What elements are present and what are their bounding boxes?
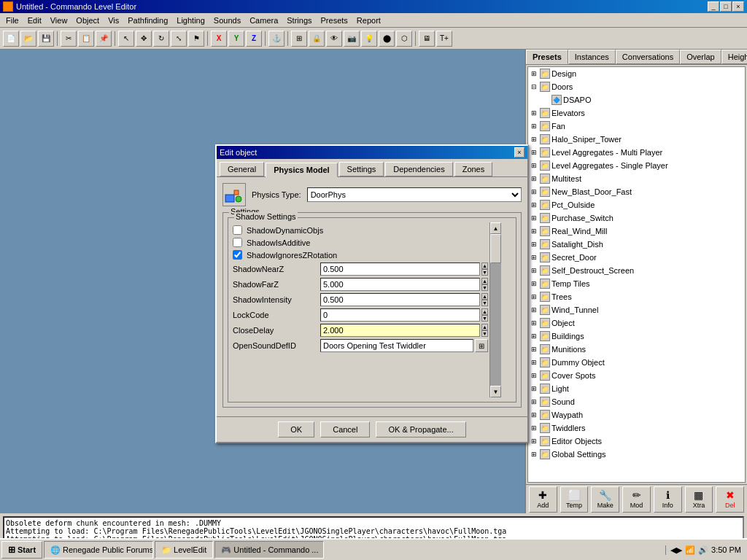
expand-icon[interactable]: ⊞ [528,107,540,119]
tree-item-halo-sniper[interactable]: ⊞ 📁 Halo_Sniper_Tower [528,133,745,146]
shadow-farz-input[interactable] [320,278,480,291]
closedelay-input[interactable] [320,324,480,337]
expand-icon[interactable]: ⊞ [528,357,540,368]
shadow-farz-down[interactable]: ▼ [481,284,488,291]
add-button[interactable]: ✚ Add [529,486,557,513]
tree-item-doors[interactable]: ⊟ 📁 Doors [528,80,745,93]
shadow-nearz-input[interactable] [320,262,480,276]
close-button[interactable]: × [732,1,744,12]
lockcode-down[interactable]: ▼ [481,315,488,322]
tree-item-fan[interactable]: ⊞ 📁 Fan [528,120,745,133]
closedelay-up[interactable]: ▲ [481,324,488,330]
lockcode-input[interactable] [320,308,480,322]
menu-view[interactable]: View [46,15,72,26]
tree-item-purchase-switch[interactable]: ⊞ 📁 Purchase_Switch [528,211,745,225]
presets-tree[interactable]: ⊞ 📁 Design ⊟ 📁 Doors 🔷 DSAPO ⊞ 📁 Elevato… [527,66,746,483]
expand-icon[interactable]: ⊞ [528,330,540,342]
tab-dependencies[interactable]: Dependencies [385,162,452,176]
tb-more2[interactable]: ⬡ [396,31,412,47]
expand-icon[interactable]: ⊞ [528,435,540,447]
tree-item-twiddlers[interactable]: ⊞ 📁 Twiddlers [528,421,745,435]
scroll-up-button[interactable]: ▲ [490,222,501,234]
mod-button[interactable]: ✏ Mod [622,486,651,513]
menu-sounds[interactable]: Sounds [209,15,245,26]
tree-item-waypath[interactable]: ⊞ 📁 Waypath [528,408,745,421]
expand-icon[interactable]: ⊞ [528,68,540,79]
temp-button[interactable]: ⬜ Temp [560,486,589,513]
del-button[interactable]: ✖ Del [716,486,744,513]
make-button[interactable]: 🔧 Make [591,486,619,513]
expand-icon[interactable]: ⊞ [528,383,540,394]
tree-item-buildings[interactable]: ⊞ 📁 Buildings [528,330,745,343]
tb-rotate[interactable]: ↻ [153,31,169,47]
tab-instances[interactable]: Instances [568,50,616,64]
tb-move[interactable]: ✥ [136,31,152,47]
tree-item-level-single[interactable]: ⊞ 📁 Level Aggregates - Single Player [528,159,745,172]
tree-item-sound[interactable]: ⊞ 📁 Sound [528,395,745,408]
tb-save[interactable]: 💾 [38,31,54,47]
tb-cam[interactable]: 📷 [344,31,360,47]
scroll-thumb[interactable] [490,234,501,263]
tree-item-multitest[interactable]: ⊞ 📁 Multitest [528,172,745,185]
tb-cut[interactable]: ✂ [61,31,77,47]
tb-copy[interactable]: 📋 [78,31,94,47]
tree-item-satalight-dish[interactable]: ⊞ 📁 Satalight_Dish [528,238,745,251]
tb-open[interactable]: 📂 [20,31,36,47]
tab-general[interactable]: General [220,162,264,176]
expand-icon[interactable]: ⊞ [528,186,540,198]
tb-grid[interactable]: ⊞ [291,31,307,47]
tb-snap[interactable]: 🔒 [309,31,325,47]
shadow-intensity-down[interactable]: ▼ [481,300,488,306]
tb-render[interactable]: 🖥 [419,31,435,47]
expand-icon[interactable]: ⊞ [528,291,540,303]
tree-item-trees[interactable]: ⊞ 📁 Trees [528,290,745,303]
tree-item-light[interactable]: ⊞ 📁 Light [528,382,745,395]
tb-select[interactable]: ↖ [118,31,134,47]
tree-item-object[interactable]: ⊞ 📁 Object [528,316,745,330]
tab-conversations[interactable]: Conversations [616,50,680,64]
menu-vis[interactable]: Vis [104,15,123,26]
tree-item-design[interactable]: ⊞ 📁 Design [528,67,745,80]
lockcode-up[interactable]: ▲ [481,308,488,315]
expand-icon[interactable]: ⊞ [528,265,540,276]
menu-edit[interactable]: Edit [23,15,46,26]
tab-overlap[interactable]: Overlap [680,50,721,64]
opensound-browse-button[interactable]: ⊞ [475,339,488,352]
tb-z[interactable]: Z [246,31,262,47]
expand-icon[interactable]: ⊞ [528,147,540,158]
menu-report[interactable]: Report [352,15,385,26]
menu-presets[interactable]: Presets [317,15,352,26]
tab-settings[interactable]: Settings [339,162,384,176]
expand-icon[interactable]: ⊞ [528,409,540,421]
tab-physics-model[interactable]: Physics Model [266,163,337,177]
tree-item-self-destrouct[interactable]: ⊞ 📁 Self_Destrouct_Screen [528,264,745,277]
maximize-button[interactable]: □ [720,1,732,12]
tab-presets[interactable]: Presets [526,50,568,64]
taskbar-renegade[interactable]: 🌐 Renegade Public Forums... [44,541,153,559]
tb-anchor[interactable]: ⚓ [268,31,285,47]
tb-paint[interactable]: T+ [436,31,452,47]
menu-pathfinding[interactable]: Pathfinding [123,15,172,26]
expand-icon[interactable]: ⊞ [528,304,540,316]
canvas-area[interactable]: Edit object × General Physics Model Sett… [0,50,525,513]
tb-view2[interactable]: 👁 [326,31,342,47]
info-button[interactable]: ℹ Info [654,486,682,513]
xtra-button[interactable]: ▦ Xtra [685,486,713,513]
expand-icon[interactable]: ⊞ [528,396,540,408]
expand-icon[interactable]: ⊞ [528,448,540,460]
expand-icon[interactable]: ⊞ [528,160,540,171]
expand-icon[interactable]: ⊞ [528,133,540,145]
tb-light[interactable]: 💡 [361,31,377,47]
expand-icon[interactable]: ⊞ [528,225,540,237]
opensound-input[interactable] [320,339,473,352]
closedelay-down[interactable]: ▼ [481,330,488,337]
tb-paste[interactable]: 📌 [96,31,112,47]
menu-object[interactable]: Object [71,15,104,26]
tb-more1[interactable]: ⬤ [379,31,395,47]
tree-item-level-multi[interactable]: ⊞ 📁 Level Aggregates - Multi Player [528,146,745,159]
tree-item-real-wind-mill[interactable]: ⊞ 📁 Real_Wind_Mill [528,225,745,238]
expand-icon[interactable]: ⊞ [528,370,540,381]
expand-icon[interactable]: ⊞ [528,317,540,329]
shadow-dynamic-checkbox[interactable] [233,225,242,235]
expand-icon[interactable]: ⊞ [528,238,540,250]
